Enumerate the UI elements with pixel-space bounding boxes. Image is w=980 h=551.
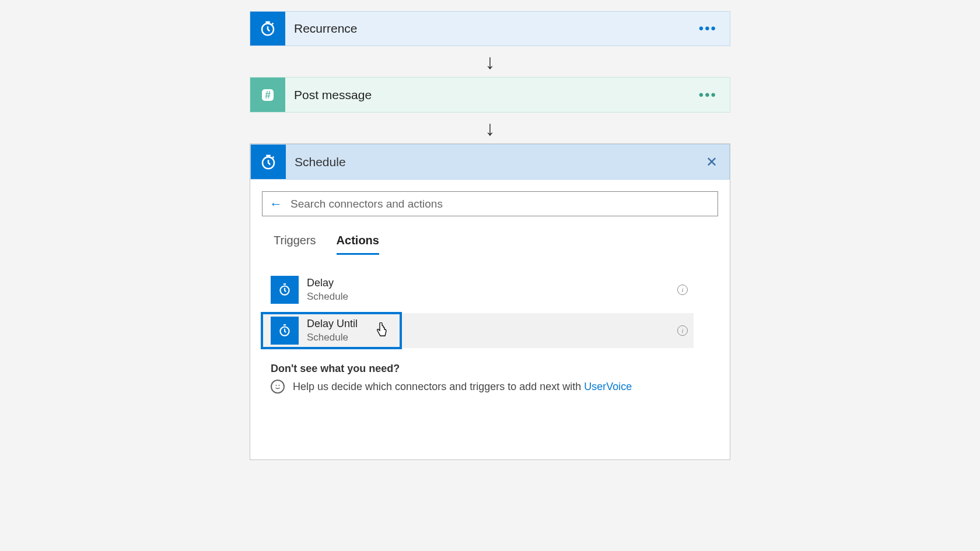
result-delay-title: Delay (307, 276, 348, 290)
step-recurrence-title: Recurrence (294, 22, 358, 36)
stopwatch-icon (271, 317, 299, 345)
ellipsis-icon[interactable]: ••• (699, 20, 717, 37)
tab-triggers[interactable]: Triggers (274, 234, 316, 255)
tabs: Triggers Actions (262, 234, 718, 255)
hash-icon: # (250, 78, 285, 112)
search-input[interactable] (290, 198, 710, 210)
back-arrow-icon[interactable]: ← (270, 196, 282, 212)
search-box[interactable]: ← (262, 191, 718, 216)
stopwatch-icon (271, 276, 299, 304)
svg-point-7 (279, 385, 280, 386)
result-delay-until-subtitle: Schedule (307, 331, 358, 344)
result-delay-subtitle: Schedule (307, 290, 348, 303)
result-delay-until-title: Delay Until (307, 317, 358, 331)
step-post-message[interactable]: # Post message ••• (250, 77, 730, 113)
clock-icon (251, 145, 286, 179)
schedule-panel: Schedule ✕ ← Triggers Actions (250, 143, 730, 460)
uservoice-link[interactable]: UserVoice (584, 381, 632, 392)
help-text: Help us decide which connectors and trig… (293, 381, 632, 393)
clock-icon (250, 12, 285, 45)
smiley-icon (271, 380, 285, 394)
result-delay[interactable]: Delay Schedule (262, 272, 694, 307)
help-section: Don't see what you need? Help us decide … (262, 363, 718, 394)
svg-point-6 (276, 385, 277, 386)
svg-text:#: # (265, 89, 271, 101)
ellipsis-icon[interactable]: ••• (699, 87, 717, 103)
info-icon[interactable]: i (677, 285, 688, 295)
panel-title: Schedule (295, 155, 346, 169)
results-list: Delay Schedule i (262, 272, 718, 348)
tab-actions[interactable]: Actions (337, 234, 379, 255)
panel-header: Schedule ✕ (250, 144, 730, 180)
step-recurrence[interactable]: Recurrence ••• (250, 11, 730, 46)
step-post-message-title: Post message (294, 88, 372, 102)
result-delay-until[interactable]: Delay Until Schedule i (262, 313, 694, 348)
info-icon[interactable]: i (677, 325, 688, 336)
help-heading: Don't see what you need? (271, 363, 709, 375)
arrow-down-icon: ↓ (485, 46, 495, 77)
close-icon[interactable]: ✕ (706, 154, 718, 170)
arrow-down-icon: ↓ (485, 113, 495, 143)
